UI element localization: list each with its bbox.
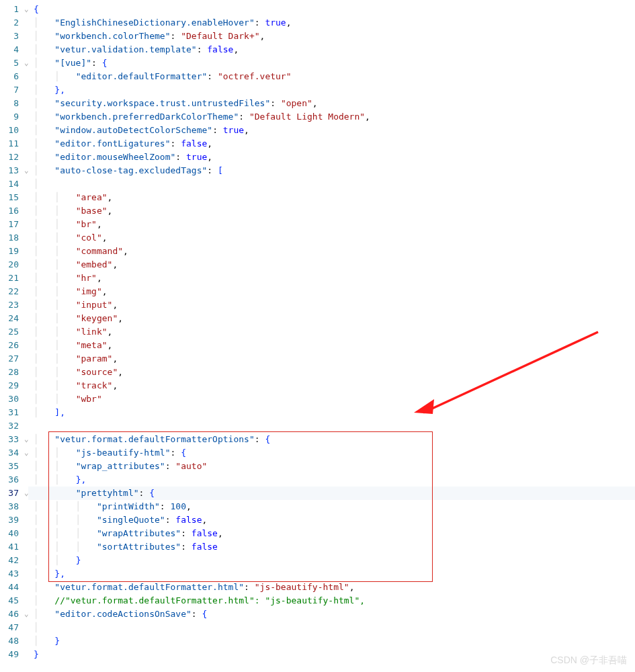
line-number: 3 <box>0 30 22 43</box>
line-number: 43 <box>0 567 22 581</box>
line-number: 20 <box>0 258 22 271</box>
code-line[interactable]: "singleQuote": false, <box>34 513 635 527</box>
line-number: 32 <box>0 419 22 433</box>
code-line[interactable]: "vetur.validation.template": false, <box>34 43 635 56</box>
code-line[interactable]: "base", <box>34 204 635 218</box>
line-number: 38 <box>0 500 22 513</box>
fold-chevron-icon[interactable]: ⌄ <box>24 164 29 177</box>
line-number: 7 <box>0 83 22 97</box>
code-line[interactable]: //"vetur.format.defaultFormatter.html": … <box>34 594 635 607</box>
code-line[interactable]: "command", <box>34 245 635 258</box>
code-line[interactable]: "vetur.format.defaultFormatterOptions": … <box>34 433 635 446</box>
code-line[interactable]: "embed", <box>34 258 635 271</box>
line-number: 17 <box>0 218 22 231</box>
line-number: 10 <box>0 124 22 137</box>
code-line[interactable]: "wrap_attributes": "auto" <box>34 460 635 473</box>
code-line[interactable]: "editor.mouseWheelZoom": true, <box>34 151 635 164</box>
code-content[interactable]: { "EnglishChineseDictionary.enableHover"… <box>34 3 635 661</box>
line-number: 40 <box>0 527 22 540</box>
code-line[interactable]: } <box>34 554 635 567</box>
line-number: 9 <box>0 110 22 124</box>
fold-chevron-icon[interactable]: ⌄ <box>24 433 29 446</box>
fold-chevron-icon[interactable]: ⌄ <box>24 56 29 70</box>
line-number: 29 <box>0 379 22 392</box>
line-number: 26 <box>0 339 22 352</box>
fold-gutter: ⌄⌄⌄⌄⌄⌄⌄ <box>24 3 29 661</box>
code-line[interactable]: "vetur.format.defaultFormatter.html": "j… <box>34 581 635 594</box>
code-line[interactable]: }, <box>34 567 635 581</box>
line-number: 46 <box>0 607 22 621</box>
line-number: 45 <box>0 594 22 607</box>
line-number-gutter: 1234567891011121314151617181920212223242… <box>0 0 22 661</box>
code-line[interactable]: "js-beautify-html": { <box>34 446 635 460</box>
code-line[interactable]: "EnglishChineseDictionary.enableHover": … <box>34 16 635 30</box>
code-line[interactable]: "security.workspace.trust.untrustedFiles… <box>34 97 635 110</box>
code-editor[interactable]: 1234567891011121314151617181920212223242… <box>0 0 635 672</box>
code-line[interactable]: }, <box>34 83 635 97</box>
line-number: 15 <box>0 191 22 204</box>
code-line[interactable] <box>34 419 635 433</box>
line-number: 49 <box>0 648 22 661</box>
code-line[interactable]: "workbench.colorTheme": "Default Dark+", <box>34 30 635 43</box>
code-line[interactable]: "area", <box>34 191 635 204</box>
line-number: 34 <box>0 446 22 460</box>
line-number: 36 <box>0 473 22 487</box>
code-line[interactable]: "hr", <box>34 271 635 285</box>
code-line[interactable]: } <box>34 634 635 648</box>
code-line[interactable]: "br", <box>34 218 635 231</box>
code-line[interactable]: "prettyhtml": { <box>28 487 635 500</box>
code-line[interactable]: } <box>34 648 635 661</box>
code-line[interactable]: "workbench.preferredDarkColorTheme": "De… <box>34 110 635 124</box>
code-line[interactable]: "input", <box>34 298 635 312</box>
line-number: 11 <box>0 137 22 151</box>
line-number: 27 <box>0 352 22 366</box>
code-line[interactable]: }, <box>34 473 635 487</box>
line-number: 25 <box>0 325 22 339</box>
line-number: 4 <box>0 43 22 56</box>
fold-chevron-icon[interactable]: ⌄ <box>24 446 29 460</box>
code-line[interactable] <box>34 621 635 634</box>
code-line[interactable]: "editor.fontLigatures": false, <box>34 137 635 151</box>
code-line[interactable]: "source", <box>34 366 635 379</box>
line-number: 19 <box>0 245 22 258</box>
code-line[interactable]: "printWidth": 100, <box>34 500 635 513</box>
line-number: 18 <box>0 231 22 245</box>
line-number: 48 <box>0 634 22 648</box>
code-line[interactable]: "meta", <box>34 339 635 352</box>
line-number: 12 <box>0 151 22 164</box>
code-line[interactable]: "window.autoDetectColorScheme": true, <box>34 124 635 137</box>
fold-chevron-icon[interactable]: ⌄ <box>24 607 29 621</box>
line-number: 14 <box>0 177 22 191</box>
line-number: 1 <box>0 3 22 16</box>
line-number: 22 <box>0 285 22 298</box>
line-number: 42 <box>0 554 22 567</box>
line-number: 35 <box>0 460 22 473</box>
line-number: 21 <box>0 271 22 285</box>
code-line[interactable]: "wbr" <box>34 392 635 406</box>
line-number: 47 <box>0 621 22 634</box>
code-line[interactable]: ], <box>34 406 635 419</box>
line-number: 8 <box>0 97 22 110</box>
code-line[interactable] <box>34 177 635 191</box>
code-line[interactable]: "wrapAttributes": false, <box>34 527 635 540</box>
code-line[interactable]: "link", <box>34 325 635 339</box>
line-number: 33 <box>0 433 22 446</box>
code-line[interactable]: { <box>34 3 635 16</box>
line-number: 16 <box>0 204 22 218</box>
code-line[interactable]: "img", <box>34 285 635 298</box>
line-number: 13 <box>0 164 22 177</box>
watermark: CSDN @子非吾喵 <box>550 655 627 667</box>
fold-chevron-icon[interactable]: ⌄ <box>24 3 29 16</box>
code-line[interactable]: "editor.codeActionsOnSave": { <box>34 607 635 621</box>
code-line[interactable]: "track", <box>34 379 635 392</box>
line-number: 31 <box>0 406 22 419</box>
code-line[interactable]: "col", <box>34 231 635 245</box>
line-number: 2 <box>0 16 22 30</box>
code-line[interactable]: "editor.defaultFormatter": "octref.vetur… <box>34 70 635 83</box>
code-line[interactable]: "[vue]": { <box>34 56 635 70</box>
line-number: 37 <box>0 487 22 500</box>
code-line[interactable]: "param", <box>34 352 635 366</box>
code-line[interactable]: "auto-close-tag.excludedTags": [ <box>34 164 635 177</box>
code-line[interactable]: "keygen", <box>34 312 635 325</box>
code-line[interactable]: "sortAttributes": false <box>34 540 635 554</box>
